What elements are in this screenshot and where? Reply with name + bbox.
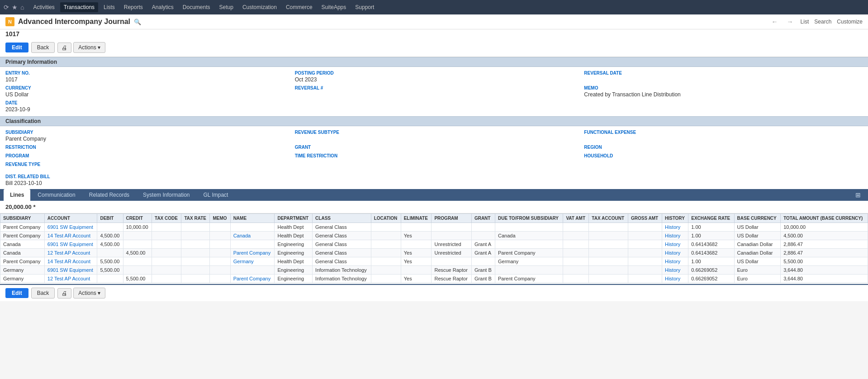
history-link[interactable]: History — [665, 259, 680, 264]
history-link[interactable]: History — [665, 250, 680, 256]
account-link[interactable]: 12 Test AP Account — [47, 276, 90, 281]
back-button[interactable]: Back — [31, 42, 55, 53]
account-link[interactable]: 12 Test AP Account — [47, 250, 90, 256]
history-link[interactable]: History — [665, 242, 680, 247]
cell-grant: Grant A — [471, 240, 495, 249]
search-link[interactable]: Search — [814, 19, 831, 25]
cell-account[interactable]: 6901 SW Equipment — [44, 266, 97, 275]
bottom-actions-dropdown-button[interactable]: Actions ▾ — [73, 288, 105, 298]
actions-dropdown-button[interactable]: Actions ▾ — [73, 42, 105, 53]
cell-history[interactable]: History — [662, 249, 688, 257]
field-memo: MEMO Created by Transaction Line Distrib… — [584, 85, 863, 98]
cell-name[interactable]: Parent Company — [230, 275, 275, 283]
history-icon[interactable]: ⟳ — [4, 4, 9, 11]
cell-tax_rate — [181, 223, 210, 232]
favorites-icon[interactable]: ★ — [12, 4, 18, 11]
cell-history[interactable]: History — [662, 240, 688, 249]
nav-transactions[interactable]: Transactions — [60, 2, 98, 12]
field-reversal-num: REVERSAL # — [295, 85, 574, 98]
nav-forward-arrow[interactable]: → — [785, 17, 795, 26]
account-link[interactable]: 6901 SW Equipment — [47, 267, 93, 273]
list-link[interactable]: List — [801, 19, 809, 25]
tab-lines[interactable]: Lines — [4, 189, 30, 201]
account-link[interactable]: 14 Test AR Account — [47, 259, 90, 264]
cell-history[interactable]: History — [662, 223, 688, 232]
dist-related-bill-value[interactable]: Bill 2023-10-10 — [5, 180, 863, 186]
cell-account[interactable]: 6901 SW Equipment — [44, 223, 97, 232]
nav-support[interactable]: Support — [351, 2, 378, 12]
cell-history[interactable]: History — [662, 266, 688, 275]
tab-communication[interactable]: Communication — [31, 189, 81, 201]
tab-expand-icon[interactable]: ⊞ — [852, 190, 864, 200]
home-icon[interactable]: ⌂ — [20, 4, 24, 11]
edit-button[interactable]: Edit — [5, 43, 28, 52]
nav-reports[interactable]: Reports — [120, 2, 147, 12]
bottom-edit-button[interactable]: Edit — [5, 288, 28, 298]
cell-total_amount: 3,644.80 — [781, 275, 868, 283]
cell-account[interactable]: 12 Test AP Account — [44, 275, 97, 283]
cell-gross_amt — [628, 240, 662, 249]
name-link[interactable]: Parent Company — [233, 250, 271, 256]
nav-customization[interactable]: Customization — [239, 2, 280, 12]
bottom-action-bar: Edit Back 🖨 Actions ▾ — [0, 284, 868, 301]
cell-exchange_rate: 0.64143682 — [688, 249, 734, 257]
cell-gross_amt — [628, 275, 662, 283]
cell-name[interactable]: Canada — [230, 232, 275, 240]
cell-account[interactable]: 12 Test AP Account — [44, 249, 97, 257]
cell-history[interactable]: History — [662, 257, 688, 266]
name-link[interactable]: Germany — [233, 259, 254, 264]
memo-value: Created by Transaction Line Distribution — [584, 91, 863, 98]
cell-memo — [210, 257, 230, 266]
cell-tax_account — [589, 266, 628, 275]
cell-tax_rate — [181, 240, 210, 249]
nav-setup[interactable]: Setup — [216, 2, 237, 12]
history-link[interactable]: History — [665, 224, 680, 230]
cell-due_to_from: Germany — [495, 257, 563, 266]
cell-history[interactable]: History — [662, 275, 688, 283]
lines-table: SUBSIDIARY ACCOUNT DEBIT CREDIT TAX CODE… — [0, 213, 868, 283]
cell-gross_amt — [628, 257, 662, 266]
name-link[interactable]: Parent Company — [233, 276, 271, 281]
bottom-back-button[interactable]: Back — [31, 288, 55, 298]
history-link[interactable]: History — [665, 233, 680, 238]
bottom-printer-icon[interactable]: 🖨 — [57, 288, 71, 298]
tab-system-information[interactable]: System Information — [137, 189, 196, 201]
col-memo: MEMO — [210, 214, 230, 223]
cell-name[interactable]: Parent Company — [230, 249, 275, 257]
currency-value: US Dollar — [5, 91, 284, 98]
cell-subsidiary: Parent Company — [0, 232, 45, 240]
cell-tax_code — [152, 223, 181, 232]
cell-account[interactable]: 14 Test AR Account — [44, 257, 97, 266]
name-link[interactable]: Canada — [233, 233, 251, 238]
field-reversal-date: REVERSAL DATE — [584, 71, 863, 83]
cell-name[interactable]: Germany — [230, 257, 275, 266]
field-revenue-type: REVENUE TYPE — [5, 162, 284, 168]
field-revenue-subtype: REVENUE SUBTYPE — [295, 130, 574, 142]
header-search-icon[interactable]: 🔍 — [134, 19, 141, 25]
col-grant: GRANT — [471, 214, 495, 223]
account-link[interactable]: 14 Test AR Account — [47, 233, 90, 238]
nav-lists[interactable]: Lists — [100, 2, 119, 12]
cell-history[interactable]: History — [662, 232, 688, 240]
cell-tax_account — [589, 223, 628, 232]
nav-activities[interactable]: Activities — [29, 2, 58, 12]
nav-analytics[interactable]: Analytics — [148, 2, 177, 12]
nav-documents[interactable]: Documents — [179, 2, 214, 12]
cell-account[interactable]: 14 Test AR Account — [44, 232, 97, 240]
nav-commerce[interactable]: Commerce — [282, 2, 316, 12]
cell-account[interactable]: 6901 SW Equipment — [44, 240, 97, 249]
nav-back-arrow[interactable]: ← — [770, 17, 780, 26]
tab-gl-impact[interactable]: GL Impact — [197, 189, 234, 201]
nav-suiteapps[interactable]: SuiteApps — [318, 2, 350, 12]
cell-program — [432, 223, 471, 232]
account-link[interactable]: 6901 SW Equipment — [47, 242, 93, 247]
cell-credit — [123, 266, 152, 275]
tab-related-records[interactable]: Related Records — [83, 189, 136, 201]
printer-icon[interactable]: 🖨 — [57, 43, 71, 53]
account-link[interactable]: 6901 SW Equipment — [47, 224, 93, 230]
cell-tax_rate — [181, 266, 210, 275]
cell-location — [371, 249, 401, 257]
history-link[interactable]: History — [665, 276, 680, 281]
history-link[interactable]: History — [665, 267, 680, 273]
customize-link[interactable]: Customize — [837, 19, 863, 25]
